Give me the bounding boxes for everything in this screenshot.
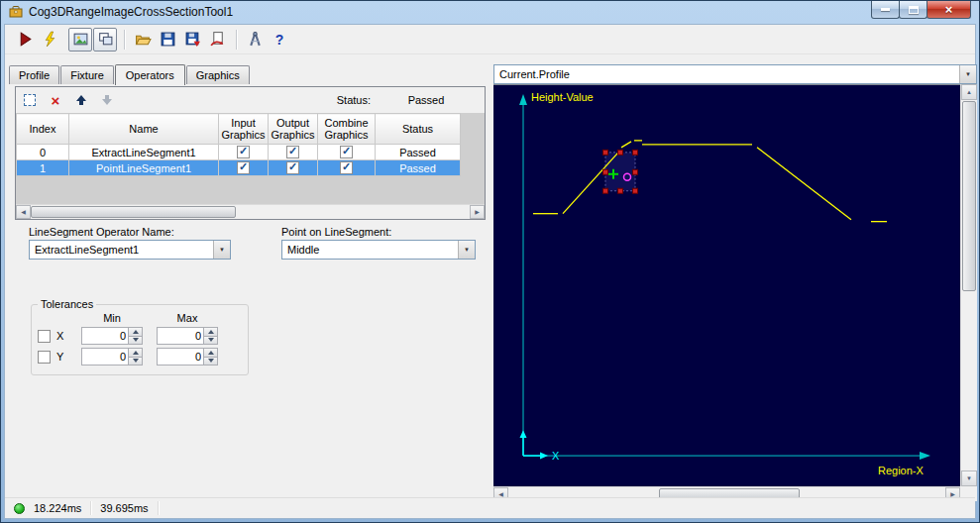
- output-graphics-checkbox[interactable]: [286, 161, 299, 174]
- scroll-down-button[interactable]: ▼: [961, 471, 977, 486]
- spin-down-button[interactable]: [128, 357, 142, 366]
- input-graphics-checkbox[interactable]: [237, 146, 250, 158]
- import-button[interactable]: [205, 28, 229, 52]
- float-window-toggle[interactable]: [93, 28, 117, 52]
- maximize-button[interactable]: [899, 1, 927, 19]
- help-icon: ?: [275, 32, 284, 48]
- tolerances-legend: Tolerances: [38, 298, 96, 310]
- tolerance-y-min-input[interactable]: [82, 349, 128, 365]
- tolerance-y-label: Y: [56, 351, 63, 363]
- move-down-button[interactable]: [99, 92, 115, 108]
- column-header[interactable]: Input Graphics: [219, 114, 269, 145]
- column-header[interactable]: Output Graphics: [269, 114, 318, 145]
- scroll-left-button[interactable]: ◀: [16, 205, 31, 219]
- statusbar-divider: [158, 501, 159, 515]
- tabstrip: Profile Fixture Operators Graphics: [9, 64, 251, 84]
- combine-graphics-checkbox[interactable]: [340, 161, 353, 174]
- tolerance-x-checkbox[interactable]: [38, 330, 51, 343]
- point-on-segment-combobox[interactable]: Middle ▼: [281, 240, 476, 260]
- spin-up-icon: [133, 351, 139, 355]
- combobox-value: Current.Profile: [499, 68, 570, 80]
- scroll-thumb[interactable]: [962, 101, 976, 291]
- titlebar[interactable]: Cog3DRangeImageCrossSectionTool1 ×: [1, 1, 979, 23]
- profile-display[interactable]: X Height-Value Region-X: [493, 84, 960, 486]
- arrow-up-icon: [75, 94, 87, 106]
- tab-graphics[interactable]: Graphics: [186, 65, 250, 84]
- spin-down-icon: [133, 338, 139, 342]
- tab-fixture[interactable]: Fixture: [60, 65, 114, 84]
- floppy-arrow-icon: [184, 31, 201, 48]
- tab-label: Graphics: [196, 69, 240, 81]
- grid-toolbar: × Status: Passed: [16, 87, 485, 113]
- spin-down-button[interactable]: [203, 336, 217, 345]
- tolerance-x-max-input[interactable]: [158, 328, 203, 344]
- grid-horizontal-scrollbar: ◀ ▶: [16, 204, 485, 219]
- x-axis-label: Region-X: [878, 465, 924, 476]
- move-up-button[interactable]: [73, 92, 89, 108]
- document-arrow-icon: [209, 31, 226, 48]
- table-row[interactable]: 1 PointLineSegment1 Passed: [17, 160, 461, 176]
- profile-graphics: [533, 141, 887, 222]
- tolerance-y-max-input[interactable]: [158, 349, 203, 365]
- spin-up-button[interactable]: [203, 328, 217, 336]
- scroll-track[interactable]: [961, 100, 977, 471]
- spin-down-button[interactable]: [128, 336, 142, 345]
- operator-name-combobox[interactable]: ExtractLineSegment1 ▼: [29, 240, 231, 260]
- add-operator-button[interactable]: [22, 92, 38, 108]
- scroll-track[interactable]: [31, 205, 470, 219]
- show-image-toggle[interactable]: [68, 28, 92, 52]
- app-icon: [8, 3, 24, 21]
- cell-output-graphics: [269, 160, 318, 176]
- cell-index: 0: [17, 145, 69, 160]
- column-header[interactable]: Name: [69, 114, 219, 145]
- open-button[interactable]: [131, 28, 155, 52]
- open-folder-icon: [135, 31, 152, 48]
- caliper-icon: [247, 31, 264, 48]
- save-image-button[interactable]: [180, 28, 204, 52]
- tolerance-x-min-spinner: [81, 327, 143, 345]
- spin-down-button[interactable]: [203, 357, 217, 366]
- run-button[interactable]: [13, 28, 37, 52]
- calibration-button[interactable]: [243, 28, 267, 52]
- chevron-down-icon[interactable]: ▼: [458, 241, 475, 259]
- chevron-down-icon[interactable]: ▼: [959, 65, 976, 83]
- scroll-right-icon: ▶: [475, 209, 480, 215]
- tab-operators[interactable]: Operators: [115, 64, 185, 85]
- scroll-left-icon: ◀: [21, 209, 26, 215]
- spin-up-button[interactable]: [203, 349, 217, 357]
- save-button[interactable]: [156, 28, 179, 52]
- spin-up-icon: [133, 330, 139, 334]
- x-axis-mini-label: X: [552, 450, 560, 462]
- toolbar-separator: [236, 30, 237, 50]
- column-header[interactable]: Combine Graphics: [318, 114, 376, 145]
- column-header[interactable]: Index: [17, 114, 69, 145]
- close-button[interactable]: ×: [926, 1, 971, 19]
- run-icon: [17, 31, 34, 48]
- cell-output-graphics: [269, 145, 318, 160]
- tolerances-group: Tolerances Min Max X: [31, 298, 249, 375]
- help-button[interactable]: ?: [268, 28, 291, 52]
- table-row[interactable]: 0 ExtractLineSegment1 Passed: [17, 145, 461, 160]
- origin-axes: X: [520, 430, 561, 462]
- combine-graphics-checkbox[interactable]: [340, 146, 353, 158]
- minimize-icon: [881, 8, 890, 11]
- display-source-combobox[interactable]: Current.Profile ▼: [493, 64, 977, 84]
- spin-up-button[interactable]: [128, 328, 142, 336]
- chevron-down-icon[interactable]: ▼: [213, 241, 230, 259]
- trigger-button[interactable]: [38, 28, 61, 52]
- spin-up-button[interactable]: [128, 349, 142, 357]
- minimize-button[interactable]: [871, 1, 900, 19]
- status-value: Passed: [381, 94, 472, 106]
- input-graphics-checkbox[interactable]: [237, 161, 250, 174]
- tolerance-y-checkbox[interactable]: [38, 351, 51, 364]
- scroll-up-button[interactable]: ▲: [961, 84, 977, 100]
- tab-profile[interactable]: Profile: [9, 65, 59, 84]
- column-header[interactable]: Status: [376, 114, 461, 145]
- delete-operator-button[interactable]: ×: [48, 92, 63, 108]
- tolerance-x-min-input[interactable]: [82, 328, 128, 344]
- output-graphics-checkbox[interactable]: [286, 146, 299, 158]
- scroll-thumb[interactable]: [31, 206, 236, 218]
- cell-input-graphics: [219, 145, 269, 160]
- spin-down-icon: [133, 359, 139, 363]
- scroll-right-button[interactable]: ▶: [470, 205, 485, 219]
